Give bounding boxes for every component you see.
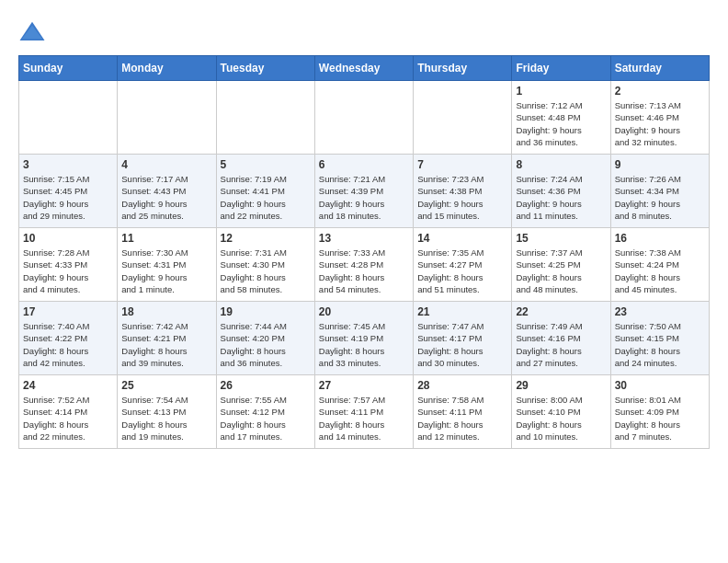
calendar-cell: 15Sunrise: 7:37 AM Sunset: 4:25 PM Dayli… [512,228,610,302]
day-number: 17 [23,305,113,318]
day-info: Sunrise: 8:00 AM Sunset: 4:10 PM Dayligh… [516,394,606,442]
day-number: 26 [221,379,311,392]
day-info: Sunrise: 7:50 AM Sunset: 4:15 PM Dayligh… [615,320,705,369]
day-info: Sunrise: 7:47 AM Sunset: 4:17 PM Dayligh… [417,320,507,369]
day-info: Sunrise: 7:12 AM Sunset: 4:48 PM Dayligh… [516,99,606,148]
calendar-cell: 27Sunrise: 7:57 AM Sunset: 4:11 PM Dayli… [314,375,413,449]
day-number: 29 [516,379,606,392]
day-number: 11 [121,232,211,245]
calendar-cell: 20Sunrise: 7:45 AM Sunset: 4:19 PM Dayli… [314,302,413,375]
day-info: Sunrise: 7:38 AM Sunset: 4:24 PM Dayligh… [615,247,705,295]
calendar-cell: 8Sunrise: 7:24 AM Sunset: 4:36 PM Daylig… [512,155,610,228]
day-info: Sunrise: 7:55 AM Sunset: 4:12 PM Dayligh… [221,394,311,442]
day-number: 13 [319,232,409,245]
calendar-cell [19,81,118,155]
day-number: 16 [615,232,705,245]
calendar-cell [118,81,216,155]
calendar-cell: 2Sunrise: 7:13 AM Sunset: 4:46 PM Daylig… [610,81,709,155]
day-number: 3 [23,158,113,171]
day-of-week-header: Thursday [414,56,512,81]
calendar-cell: 1Sunrise: 7:12 AM Sunset: 4:48 PM Daylig… [512,81,610,155]
day-number: 28 [417,379,507,392]
calendar-cell: 25Sunrise: 7:54 AM Sunset: 4:13 PM Dayli… [118,375,216,449]
calendar-header-row: SundayMondayTuesdayWednesdayThursdayFrid… [19,56,710,81]
day-info: Sunrise: 7:17 AM Sunset: 4:43 PM Dayligh… [121,173,211,222]
day-number: 19 [221,305,311,318]
day-number: 20 [319,305,409,318]
day-of-week-header: Sunday [19,56,118,81]
calendar-week-row: 24Sunrise: 7:52 AM Sunset: 4:14 PM Dayli… [19,375,710,449]
day-number: 22 [516,305,606,318]
calendar-cell: 11Sunrise: 7:30 AM Sunset: 4:31 PM Dayli… [118,228,216,302]
logo [18,18,50,46]
calendar-cell: 5Sunrise: 7:19 AM Sunset: 4:41 PM Daylig… [216,155,314,228]
day-number: 2 [615,85,705,98]
day-info: Sunrise: 7:23 AM Sunset: 4:38 PM Dayligh… [417,173,507,222]
logo-icon [18,18,46,46]
day-number: 4 [121,158,211,171]
day-info: Sunrise: 7:15 AM Sunset: 4:45 PM Dayligh… [23,173,113,222]
day-info: Sunrise: 7:24 AM Sunset: 4:36 PM Dayligh… [516,173,606,222]
day-of-week-header: Saturday [610,56,709,81]
calendar-cell [414,81,512,155]
calendar-cell: 7Sunrise: 7:23 AM Sunset: 4:38 PM Daylig… [414,155,512,228]
calendar-table: SundayMondayTuesdayWednesdayThursdayFrid… [18,55,710,449]
day-of-week-header: Wednesday [314,56,413,81]
day-info: Sunrise: 7:54 AM Sunset: 4:13 PM Dayligh… [121,394,211,442]
calendar-cell: 14Sunrise: 7:35 AM Sunset: 4:27 PM Dayli… [414,228,512,302]
day-info: Sunrise: 8:01 AM Sunset: 4:09 PM Dayligh… [615,394,705,442]
calendar-cell: 9Sunrise: 7:26 AM Sunset: 4:34 PM Daylig… [610,155,709,228]
day-info: Sunrise: 7:35 AM Sunset: 4:27 PM Dayligh… [417,247,507,295]
day-number: 6 [319,158,409,171]
calendar-cell: 12Sunrise: 7:31 AM Sunset: 4:30 PM Dayli… [216,228,314,302]
day-info: Sunrise: 7:52 AM Sunset: 4:14 PM Dayligh… [23,394,113,442]
day-number: 12 [221,232,311,245]
day-number: 24 [23,379,113,392]
calendar-cell: 13Sunrise: 7:33 AM Sunset: 4:28 PM Dayli… [314,228,413,302]
day-info: Sunrise: 7:26 AM Sunset: 4:34 PM Dayligh… [615,173,705,222]
day-number: 5 [221,158,311,171]
day-number: 14 [417,232,507,245]
calendar-cell [314,81,413,155]
page-header [18,18,710,46]
day-info: Sunrise: 7:30 AM Sunset: 4:31 PM Dayligh… [121,247,211,295]
day-info: Sunrise: 7:40 AM Sunset: 4:22 PM Dayligh… [23,320,113,369]
calendar-cell: 30Sunrise: 8:01 AM Sunset: 4:09 PM Dayli… [610,375,709,449]
calendar-cell: 24Sunrise: 7:52 AM Sunset: 4:14 PM Dayli… [19,375,118,449]
day-info: Sunrise: 7:57 AM Sunset: 4:11 PM Dayligh… [319,394,409,442]
calendar-cell: 10Sunrise: 7:28 AM Sunset: 4:33 PM Dayli… [19,228,118,302]
calendar-week-row: 10Sunrise: 7:28 AM Sunset: 4:33 PM Dayli… [19,228,710,302]
day-of-week-header: Monday [118,56,216,81]
day-number: 7 [417,158,507,171]
day-number: 10 [23,232,113,245]
day-info: Sunrise: 7:49 AM Sunset: 4:16 PM Dayligh… [516,320,606,369]
day-info: Sunrise: 7:44 AM Sunset: 4:20 PM Dayligh… [221,320,311,369]
calendar-week-row: 17Sunrise: 7:40 AM Sunset: 4:22 PM Dayli… [19,302,710,375]
day-info: Sunrise: 7:45 AM Sunset: 4:19 PM Dayligh… [319,320,409,369]
calendar-cell: 4Sunrise: 7:17 AM Sunset: 4:43 PM Daylig… [118,155,216,228]
day-number: 18 [121,305,211,318]
day-info: Sunrise: 7:21 AM Sunset: 4:39 PM Dayligh… [319,173,409,222]
calendar-cell: 23Sunrise: 7:50 AM Sunset: 4:15 PM Dayli… [610,302,709,375]
day-number: 9 [615,158,705,171]
day-number: 21 [417,305,507,318]
day-info: Sunrise: 7:19 AM Sunset: 4:41 PM Dayligh… [221,173,311,222]
day-of-week-header: Friday [512,56,610,81]
calendar-cell: 3Sunrise: 7:15 AM Sunset: 4:45 PM Daylig… [19,155,118,228]
calendar-cell: 18Sunrise: 7:42 AM Sunset: 4:21 PM Dayli… [118,302,216,375]
day-info: Sunrise: 7:13 AM Sunset: 4:46 PM Dayligh… [615,99,705,148]
day-number: 1 [516,85,606,98]
calendar-cell [216,81,314,155]
calendar-cell: 22Sunrise: 7:49 AM Sunset: 4:16 PM Dayli… [512,302,610,375]
day-info: Sunrise: 7:58 AM Sunset: 4:11 PM Dayligh… [417,394,507,442]
calendar-cell: 26Sunrise: 7:55 AM Sunset: 4:12 PM Dayli… [216,375,314,449]
day-info: Sunrise: 7:28 AM Sunset: 4:33 PM Dayligh… [23,247,113,295]
day-number: 25 [121,379,211,392]
day-info: Sunrise: 7:31 AM Sunset: 4:30 PM Dayligh… [221,247,311,295]
day-number: 8 [516,158,606,171]
calendar-cell: 16Sunrise: 7:38 AM Sunset: 4:24 PM Dayli… [610,228,709,302]
calendar-cell: 28Sunrise: 7:58 AM Sunset: 4:11 PM Dayli… [414,375,512,449]
day-number: 30 [615,379,705,392]
day-info: Sunrise: 7:37 AM Sunset: 4:25 PM Dayligh… [516,247,606,295]
day-info: Sunrise: 7:42 AM Sunset: 4:21 PM Dayligh… [121,320,211,369]
